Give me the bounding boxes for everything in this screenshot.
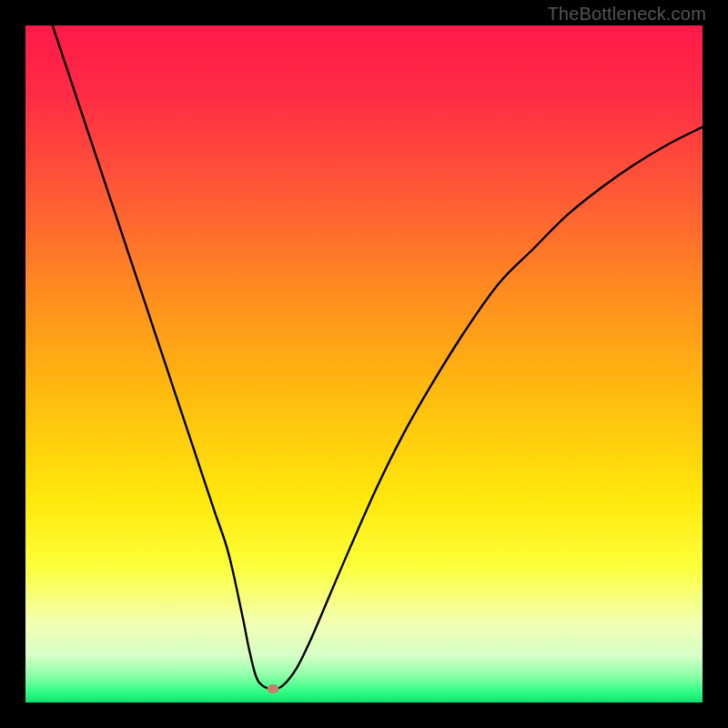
optimal-marker (267, 684, 278, 693)
watermark-text: TheBottleneck.com (547, 4, 706, 25)
plot-frame (25, 25, 703, 703)
bottleneck-curve (25, 25, 703, 703)
